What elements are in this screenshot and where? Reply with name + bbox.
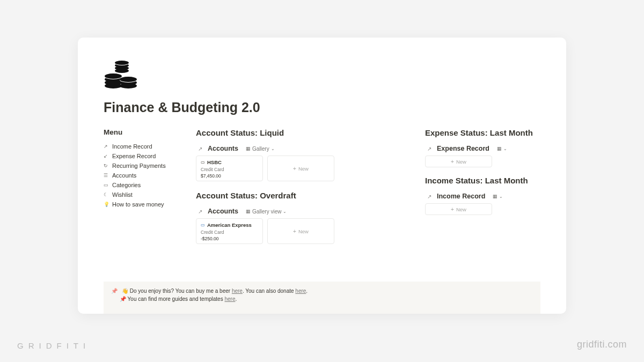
- plus-icon: +: [293, 228, 296, 234]
- expense-section: Expense Status: Last Month ↗ Expense Rec…: [425, 128, 540, 167]
- menu-column: Menu ↗ Income Record ↙ Expense Record ↻ …: [104, 128, 179, 254]
- liquid-new-card[interactable]: + New: [267, 156, 334, 181]
- arrow-up-right-icon: ↗: [104, 144, 109, 149]
- link-arrow-icon: ↗: [198, 209, 202, 215]
- view-label: Gallery view: [252, 209, 281, 215]
- menu-item-label: Accounts: [112, 172, 136, 179]
- brand-watermark-left: GRIDFITI: [17, 341, 90, 350]
- table-view-icon: ▦: [493, 194, 497, 199]
- footer-text: 📌 You can find more guides and templates: [120, 296, 224, 302]
- tag-icon: ▭: [104, 182, 109, 188]
- account-card-hsbc[interactable]: ▭ HSBC Credit Card $7,450.00: [196, 156, 263, 181]
- expense-new-button[interactable]: + New: [425, 156, 492, 167]
- menu-item-label: How to save money: [112, 201, 164, 208]
- footer-link-beer[interactable]: here: [232, 288, 243, 294]
- liquid-db-header: ↗ Accounts ▦ Gallery ⌄: [196, 144, 408, 156]
- coins-stack-icon: [104, 59, 141, 90]
- chevron-down-icon: ⌄: [499, 194, 503, 199]
- moon-icon: ☾: [104, 192, 109, 197]
- menu-item-categories[interactable]: ▭ Categories: [104, 180, 179, 190]
- liquid-view-switcher[interactable]: ▦ Gallery ⌄: [246, 146, 275, 152]
- overdraft-gallery-row: ▭ American Express Credit Card -$250.00 …: [196, 218, 408, 244]
- card-title: American Express: [207, 222, 252, 228]
- table-view-icon: ▦: [497, 146, 502, 151]
- footer-callout: 📌 👋 Do you enjoy this? You can buy me a …: [104, 282, 540, 314]
- new-label: New: [298, 228, 309, 234]
- menu-item-label: Wishlist: [112, 191, 133, 198]
- card-amount: $7,450.00: [201, 173, 258, 179]
- expense-heading: Expense Status: Last Month: [425, 128, 540, 137]
- overdraft-view-switcher[interactable]: ▦ Gallery view ⌄: [246, 209, 287, 215]
- footer-text: .: [235, 296, 237, 302]
- menu-item-label: Income Record: [112, 143, 152, 150]
- link-arrow-icon: ↗: [427, 194, 431, 200]
- footer-text: . You can also donate: [243, 288, 295, 294]
- card-icon: ▭: [201, 160, 205, 165]
- arrow-down-left-icon: ↙: [104, 153, 109, 159]
- card-tag: Credit Card: [201, 167, 224, 172]
- recurring-icon: ↻: [104, 163, 109, 168]
- card-title: HSBC: [207, 159, 222, 165]
- expense-db-title[interactable]: Expense Record: [437, 145, 489, 152]
- income-heading: Income Status: Last Month: [425, 176, 540, 185]
- brand-watermark-right: gridfiti.com: [577, 339, 627, 350]
- card-tag: Credit Card: [201, 230, 224, 235]
- menu-item-accounts[interactable]: ☰ Accounts: [104, 171, 179, 180]
- new-label: New: [298, 166, 309, 172]
- svg-point-13: [115, 61, 129, 65]
- svg-point-8: [120, 77, 137, 82]
- right-column: Expense Status: Last Month ↗ Expense Rec…: [425, 128, 540, 254]
- footer-line-1: 📌 👋 Do you enjoy this? You can buy me a …: [111, 287, 533, 295]
- menu-item-recurring-payments[interactable]: ↻ Recurring Payments: [104, 161, 179, 171]
- plus-icon: +: [451, 159, 454, 165]
- liquid-db-title[interactable]: Accounts: [208, 145, 238, 152]
- view-label: Gallery: [252, 146, 269, 152]
- menu-item-how-to-save[interactable]: 💡 How to save money: [104, 200, 179, 209]
- income-view-switcher[interactable]: ▦ ⌄: [493, 194, 503, 199]
- menu-item-wishlist[interactable]: ☾ Wishlist: [104, 190, 179, 200]
- footer-link-templates[interactable]: here: [224, 296, 235, 302]
- income-db-header: ↗ Income Record ▦ ⌄: [425, 191, 540, 203]
- layout-columns: Menu ↗ Income Record ↙ Expense Record ↻ …: [104, 128, 540, 254]
- expense-view-switcher[interactable]: ▦ ⌄: [497, 146, 507, 151]
- page-card: Finance & Budgeting 2.0 Menu ↗ Income Re…: [78, 38, 566, 314]
- new-label: New: [456, 206, 466, 212]
- expense-db-header: ↗ Expense Record ▦ ⌄: [425, 144, 540, 156]
- liquid-heading: Account Status: Liquid: [196, 128, 408, 137]
- liquid-section: Account Status: Liquid ↗ Accounts ▦ Gall…: [196, 128, 408, 181]
- footer-link-donate[interactable]: here: [295, 288, 306, 294]
- overdraft-new-card[interactable]: + New: [267, 218, 334, 244]
- income-db-title[interactable]: Income Record: [437, 193, 485, 200]
- page-title: Finance & Budgeting 2.0: [104, 100, 540, 115]
- income-new-button[interactable]: + New: [425, 203, 492, 215]
- bulb-icon: 💡: [104, 202, 109, 207]
- account-card-amex[interactable]: ▭ American Express Credit Card -$250.00: [196, 218, 263, 244]
- overdraft-section: Account Status: Overdraft ↗ Accounts ▦ G…: [196, 191, 408, 244]
- menu-item-label: Recurring Payments: [112, 162, 166, 169]
- svg-point-4: [105, 73, 122, 79]
- middle-column: Account Status: Liquid ↗ Accounts ▦ Gall…: [196, 128, 408, 254]
- chevron-down-icon: ⌄: [271, 146, 275, 151]
- link-arrow-icon: ↗: [198, 146, 202, 152]
- new-label: New: [456, 159, 466, 165]
- chevron-down-icon: ⌄: [283, 209, 287, 214]
- overdraft-heading: Account Status: Overdraft: [196, 191, 408, 200]
- menu-item-label: Categories: [112, 182, 141, 188]
- menu-item-label: Expense Record: [112, 153, 156, 159]
- menu-heading: Menu: [104, 128, 179, 136]
- card-amount: -$250.00: [201, 236, 258, 241]
- overdraft-db-header: ↗ Accounts ▦ Gallery view ⌄: [196, 206, 408, 218]
- overdraft-db-title[interactable]: Accounts: [208, 208, 238, 215]
- menu-item-income-record[interactable]: ↗ Income Record: [104, 142, 179, 151]
- menu-item-expense-record[interactable]: ↙ Expense Record: [104, 151, 179, 161]
- income-section: Income Status: Last Month ↗ Income Recor…: [425, 176, 540, 215]
- footer-text: .: [306, 288, 308, 294]
- footer-line-2: 📌 You can find more guides and templates…: [111, 295, 533, 303]
- gallery-view-icon: ▦: [246, 209, 251, 214]
- liquid-gallery-row: ▭ HSBC Credit Card $7,450.00 + New: [196, 156, 408, 181]
- gallery-view-icon: ▦: [246, 146, 251, 151]
- link-arrow-icon: ↗: [427, 146, 431, 152]
- plus-icon: +: [451, 206, 454, 212]
- list-icon: ☰: [104, 173, 109, 178]
- plus-icon: +: [293, 166, 296, 172]
